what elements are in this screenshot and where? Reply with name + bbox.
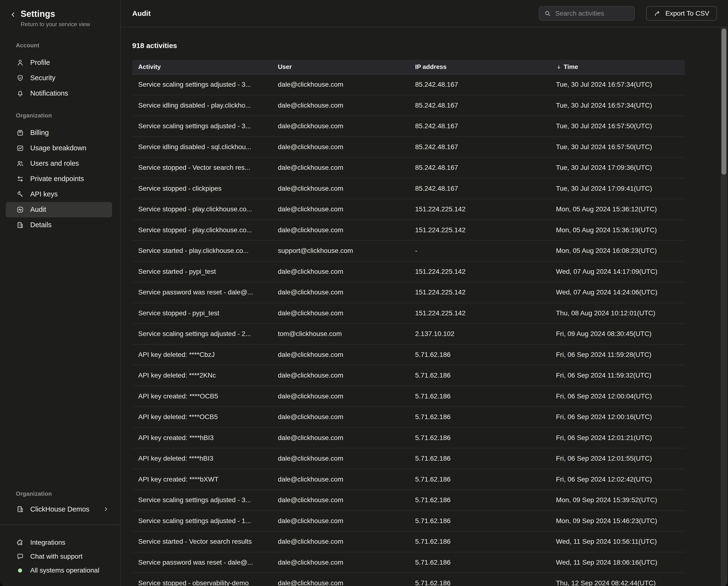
back-button[interactable] — [10, 11, 16, 18]
cell-user: dale@clickhouse.com — [278, 413, 415, 421]
cell-activity: Service stopped - pypi_test — [132, 309, 278, 317]
cell-activity: Service scaling settings adjusted - 2... — [132, 330, 278, 338]
cell-time: Fri, 06 Sep 2024 11:59:28(UTC) — [556, 351, 685, 359]
puzzle-icon — [16, 539, 24, 546]
table-body: Service scaling settings adjusted - 3...… — [132, 74, 685, 586]
main-header: Audit Export To CSV — [121, 0, 728, 27]
cell-activity: Service started - pypi_test — [132, 268, 278, 275]
export-to-csv-button[interactable]: Export To CSV — [646, 6, 717, 21]
sidebar-item-label: Security — [30, 74, 55, 82]
sidebar-item-api-keys[interactable]: API keys — [6, 187, 112, 202]
scrollbar-thumb[interactable] — [722, 29, 726, 175]
cell-user: dale@clickhouse.com — [278, 434, 415, 442]
cell-user: dale@clickhouse.com — [278, 538, 415, 545]
scrollbar-track[interactable] — [721, 28, 727, 586]
cell-time: Mon, 09 Sep 2024 15:39:52(UTC) — [556, 496, 685, 504]
table-row: Service started - play.clickhouse.co... … — [132, 241, 685, 262]
sidebar-item-users-and-roles[interactable]: Users and roles — [6, 156, 112, 171]
cell-activity: Service password was reset - dale@... — [132, 288, 278, 296]
billing-icon — [16, 129, 24, 137]
sidebar-item-private-endpoints[interactable]: Private endpoints — [6, 171, 112, 187]
cell-ip-address: 85.242.48.167 — [415, 122, 556, 130]
table-header-row: Activity User IP address Time — [132, 60, 685, 74]
cell-activity: Service idling disabled - play.clickho..… — [132, 102, 278, 109]
table-row: Service stopped - observability-demo dal… — [132, 573, 685, 586]
cell-time: Tue, 30 Jul 2024 17:09:41(UTC) — [556, 185, 685, 192]
cell-user: dale@clickhouse.com — [278, 579, 415, 586]
cell-user: dale@clickhouse.com — [278, 351, 415, 359]
chevron-right-icon — [103, 506, 109, 512]
footer-item-integrations[interactable]: Integrations — [6, 536, 114, 550]
sidebar-item-label: Billing — [30, 129, 49, 137]
chart-icon — [16, 144, 24, 152]
cell-ip-address: 151.224.225.142 — [415, 226, 556, 234]
table-row: API key deleted: ****CbzJ dale@clickhous… — [132, 345, 685, 366]
sidebar-item-label: Notifications — [30, 89, 68, 97]
audit-table: Activity User IP address Time Service s — [132, 60, 685, 586]
sidebar-item-security[interactable]: Security — [6, 70, 112, 86]
keys-icon — [16, 191, 24, 198]
sidebar-item-label: Audit — [30, 205, 46, 214]
footer-item-chat-with-support[interactable]: Chat with support — [6, 550, 114, 563]
cell-user: tom@clickhouse.com — [278, 330, 415, 338]
account-nav-group: Profile Security Notifications — [0, 55, 120, 101]
cell-time: Fri, 09 Aug 2024 08:30:45(UTC) — [556, 330, 685, 338]
cell-time: Fri, 06 Sep 2024 12:01:21(UTC) — [556, 434, 685, 442]
page-title: Audit — [132, 9, 539, 18]
cell-ip-address: 2.137.10.102 — [415, 330, 556, 338]
sidebar-item-usage-breakdown[interactable]: Usage breakdown — [6, 141, 112, 156]
user-icon — [16, 59, 24, 67]
column-header-activity[interactable]: Activity — [132, 63, 278, 71]
cell-user: dale@clickhouse.com — [278, 143, 415, 151]
table-row: API key deleted: ****OCB5 dale@clickhous… — [132, 407, 685, 428]
cell-user: dale@clickhouse.com — [278, 81, 415, 89]
table-row: Service stopped - Vector search res... d… — [132, 157, 685, 178]
cell-activity: Service password was reset - dale@... — [132, 559, 278, 566]
search-icon — [544, 10, 551, 17]
footer-item-label: Chat with support — [30, 553, 82, 560]
table-row: Service password was reset - dale@... da… — [132, 553, 685, 573]
search-input[interactable] — [555, 9, 629, 18]
column-header-time[interactable]: Time — [556, 63, 685, 71]
users-icon — [16, 160, 24, 167]
cell-activity: Service idling disabled - sql.clickhou..… — [132, 143, 278, 151]
cell-activity: Service scaling settings adjusted - 1... — [132, 517, 278, 525]
cell-ip-address: 151.224.225.142 — [415, 309, 556, 317]
cell-activity: Service scaling settings adjusted - 3... — [132, 81, 278, 89]
sidebar-item-details[interactable]: Details — [6, 217, 112, 233]
org-switcher[interactable]: ClickHouse Demos — [6, 502, 114, 516]
sidebar-item-notifications[interactable]: Notifications — [6, 86, 112, 101]
table-row: Service scaling settings adjusted - 3...… — [132, 74, 685, 95]
cell-time: Wed, 11 Sep 2024 10:56:11(UTC) — [556, 538, 685, 545]
column-header-user[interactable]: User — [278, 63, 415, 71]
cell-time: Mon, 05 Aug 2024 16:08:23(UTC) — [556, 247, 685, 254]
cell-time: Tue, 30 Jul 2024 16:57:50(UTC) — [556, 143, 685, 151]
cell-user: dale@clickhouse.com — [278, 371, 415, 379]
sidebar-item-audit[interactable]: Audit — [6, 202, 112, 217]
sidebar-item-label: Details — [30, 221, 52, 229]
cell-ip-address: 85.242.48.167 — [415, 185, 556, 192]
footer-item-system-status[interactable]: All systems operational — [6, 563, 114, 577]
building-icon — [16, 505, 24, 513]
search-box[interactable] — [539, 6, 635, 21]
table-row: Service stopped - pypi_test dale@clickho… — [132, 303, 685, 324]
cell-ip-address: 5.71.62.186 — [415, 413, 556, 421]
pulse-square-icon — [16, 206, 24, 214]
cell-user: dale@clickhouse.com — [278, 517, 415, 525]
cell-activity: API key deleted: ****OCB5 — [132, 413, 278, 421]
sidebar-item-billing[interactable]: Billing — [6, 125, 112, 141]
cell-activity: API key created: ****bXWT — [132, 475, 278, 483]
cell-ip-address: 5.71.62.186 — [415, 579, 556, 586]
cell-user: dale@clickhouse.com — [278, 392, 415, 400]
cell-user: dale@clickhouse.com — [278, 309, 415, 317]
table-row: Service stopped - clickpipes dale@clickh… — [132, 178, 685, 199]
column-header-ip-address[interactable]: IP address — [415, 63, 556, 71]
table-row: Service stopped - play.clickhouse.co... … — [132, 220, 685, 241]
sidebar-item-profile[interactable]: Profile — [6, 55, 112, 70]
cell-time: Tue, 30 Jul 2024 17:09:36(UTC) — [556, 164, 685, 171]
cell-activity: Service stopped - observability-demo — [132, 579, 278, 586]
cell-user: support@clickhouse.com — [278, 247, 415, 254]
cell-user: dale@clickhouse.com — [278, 164, 415, 171]
chat-bubble-icon — [16, 553, 24, 560]
table-row: API key created: ****bXWT dale@clickhous… — [132, 469, 685, 490]
